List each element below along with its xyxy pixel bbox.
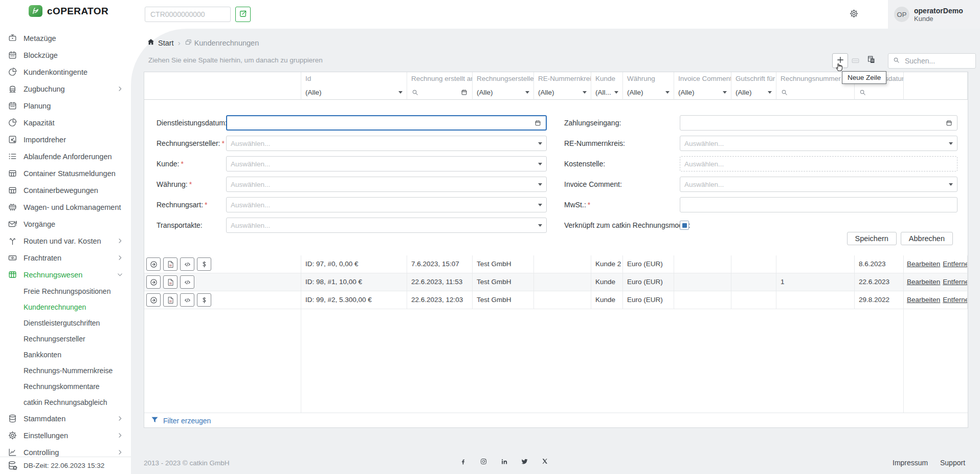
pdf-row-button[interactable]	[163, 275, 177, 289]
sidebar-item-container-statusmeldungen[interactable]: Container Statusmeldungen	[0, 165, 131, 182]
select-transportakte[interactable]: Auswählen...	[226, 218, 547, 233]
sidebar-subitem-rechnungs-nummernkreise[interactable]: Rechnungs-Nummernkreise	[0, 362, 131, 378]
code-row-button[interactable]	[180, 257, 194, 271]
checkbox-verkn-pft-zum-catkin-rechnungsmodul[interactable]	[680, 221, 689, 230]
column-header-gutschrift-f-r[interactable]: Gutschrift für	[731, 72, 776, 85]
column-header-kunde[interactable]: Kunde	[591, 72, 623, 85]
form-label-rechnungsart: Rechnungsart:*	[157, 197, 208, 212]
sidebar-subitem-freie-rechnungspositionen[interactable]: Freie Rechnungspositionen	[0, 283, 131, 299]
instagram-icon[interactable]	[480, 458, 487, 465]
dollar-row-button[interactable]	[197, 257, 211, 271]
create-filter-link[interactable]: Filter erzeugen	[144, 413, 968, 428]
facebook-icon[interactable]	[459, 458, 467, 465]
sidebar-subitem-bankkonten[interactable]: Bankkonten	[0, 347, 131, 362]
select-w-hrung[interactable]: Auswählen...	[226, 177, 547, 192]
column-chooser-button[interactable]	[866, 55, 876, 66]
text-input-mwst[interactable]	[680, 197, 957, 212]
filter-cell-re-nummernkreis[interactable]: (Alle)	[534, 85, 591, 100]
filter-cell-invoice-comment[interactable]: (Alle)	[674, 85, 731, 100]
sidebar-item-blockz-ge[interactable]: Blockzüge	[0, 47, 131, 63]
select-rechnungsart[interactable]: Auswählen...	[226, 197, 547, 212]
select-kunde[interactable]: Auswählen...	[226, 156, 547, 171]
sidebar-item-vorg-nge[interactable]: Vorgänge	[0, 216, 131, 232]
date-input-dienstleistungsdatum[interactable]	[226, 115, 547, 131]
user-panel[interactable]: OP operatorDemo Kunde	[888, 0, 980, 29]
filter-cell-w-hrung[interactable]: (Alle)	[623, 85, 674, 100]
code-row-button[interactable]	[180, 293, 194, 307]
open-row-button[interactable]	[146, 257, 161, 271]
meta-icon	[7, 33, 17, 44]
filter-cell-kunde[interactable]: (All...	[591, 85, 623, 100]
sidebar-item-kapazit-t[interactable]: Kapazität	[0, 114, 131, 131]
sidebar-subitem-kundenrechnungen[interactable]: Kundenrechnungen	[0, 299, 131, 315]
sidebar-item-rechnungswesen[interactable]: Rechnungswesen	[0, 266, 131, 283]
column-header-rechnungsersteller[interactable]: Rechnungsersteller	[473, 72, 534, 85]
sidebar-subitem-rechnungskommentare[interactable]: Rechnungskommentare	[0, 378, 131, 394]
delete-link[interactable]: Entfernen	[943, 260, 968, 268]
column-header-re-nummernkreis[interactable]: RE-Nummernkreis	[534, 72, 591, 85]
twitter-icon[interactable]	[521, 458, 528, 465]
open-row-button[interactable]	[146, 293, 161, 307]
filter-cell-empty	[904, 85, 968, 100]
filter-cell-id[interactable]: (Alle)	[301, 85, 407, 100]
contract-search-input[interactable]	[145, 7, 231, 22]
edit-link[interactable]: Bearbeiten	[907, 296, 940, 304]
open-contract-button[interactable]	[235, 7, 251, 22]
sidebar-item-wagen-und-lokmanagement[interactable]: Wagen- und Lokmanagement	[0, 199, 131, 216]
support-link[interactable]: Support	[940, 459, 965, 467]
delete-link[interactable]: Entfernen	[943, 278, 968, 286]
sidebar-item-frachtraten[interactable]: Frachtraten	[0, 249, 131, 266]
linkedin-icon[interactable]	[500, 458, 508, 465]
select-re-nummernkreis[interactable]: Auswählen...	[680, 136, 957, 151]
open-row-button[interactable]	[146, 275, 161, 289]
sidebar-subitem-catkin-rechnungsabgleich[interactable]: catkin Rechnungsabgleich	[0, 394, 131, 410]
filter-cell-rechnungsnummer[interactable]	[776, 85, 855, 100]
sidebar-item-einstellungen[interactable]: Einstellungen	[0, 427, 131, 444]
save-button[interactable]: Speichern	[847, 232, 897, 245]
column-header-invoice-comment[interactable]: Invoice Comment	[674, 72, 731, 85]
breadcrumb-start[interactable]: Start	[147, 38, 174, 48]
select-invoice-comment[interactable]: Auswählen...	[680, 177, 957, 192]
chevron-right-icon	[116, 85, 124, 93]
sidebar-item-importdreher[interactable]: Importdreher	[0, 131, 131, 148]
cancel-button[interactable]: Abbrechen	[901, 232, 953, 245]
sidebar-subitem-dienstleistergutschriften[interactable]: Dienstleistergutschriften	[0, 315, 131, 331]
sidebar-item-metaz-ge[interactable]: Metazüge	[0, 30, 131, 47]
filter-value: (Alle)	[477, 89, 522, 96]
sidebar-item-ablaufende-anforderungen[interactable]: Ablaufende Anforderungen	[0, 148, 131, 165]
pdf-row-button[interactable]	[163, 293, 177, 307]
filter-value: (All...	[595, 89, 611, 96]
date-input-zahlungseingang[interactable]	[680, 115, 957, 131]
column-header-id[interactable]: Id	[301, 72, 407, 85]
column-header-w-hrung[interactable]: Währung	[623, 72, 674, 85]
sidebar-item-stammdaten[interactable]: Stammdaten	[0, 410, 131, 427]
pdf-row-button[interactable]	[163, 257, 177, 271]
sidebar-subitem-rechnungsersteller[interactable]: Rechnungsersteller	[0, 331, 131, 347]
column-header-rechnung-erstellt-am[interactable]: Rechnung erstellt am	[407, 72, 473, 85]
x-icon[interactable]	[541, 458, 548, 465]
filter-cell-leistungsdatum[interactable]	[855, 85, 904, 100]
select-rechnungsersteller[interactable]: Auswählen...	[226, 136, 547, 151]
dollar-row-button[interactable]	[197, 293, 211, 307]
add-row-button[interactable]	[832, 53, 848, 68]
sidebar-item-planung[interactable]: Planung	[0, 97, 131, 114]
required-asterisk: *	[189, 180, 192, 188]
filter-cell-rechnung-erstellt-am[interactable]	[407, 85, 473, 100]
filter-cell-gutschrift-f-r[interactable]: (Alle)	[731, 85, 776, 100]
edit-link[interactable]: Bearbeiten	[907, 260, 940, 268]
sidebar-item-zugbuchung[interactable]: Zugbuchung	[0, 80, 131, 97]
edit-link[interactable]: Bearbeiten	[907, 278, 940, 286]
settings-gear-button[interactable]	[847, 7, 861, 21]
grid-search-input[interactable]	[904, 56, 971, 66]
sidebar-item-containerbewegungen[interactable]: Containerbewegungen	[0, 182, 131, 199]
impressum-link[interactable]: Impressum	[893, 459, 928, 467]
list-icon	[7, 152, 17, 162]
filter-cell-rechnungsersteller[interactable]: (Alle)	[473, 85, 534, 100]
delete-link[interactable]: Entfernen	[943, 296, 968, 304]
code-row-button[interactable]	[180, 275, 194, 289]
sidebar-item-routen-und-var-kosten[interactable]: Routen und var. Kosten	[0, 232, 131, 249]
chart-icon	[7, 447, 17, 458]
app-logo[interactable]: cOPERATOR	[29, 5, 108, 17]
grid-search-box[interactable]	[888, 53, 976, 69]
sidebar-item-kundenkontingente[interactable]: Kundenkontingente	[0, 63, 131, 80]
